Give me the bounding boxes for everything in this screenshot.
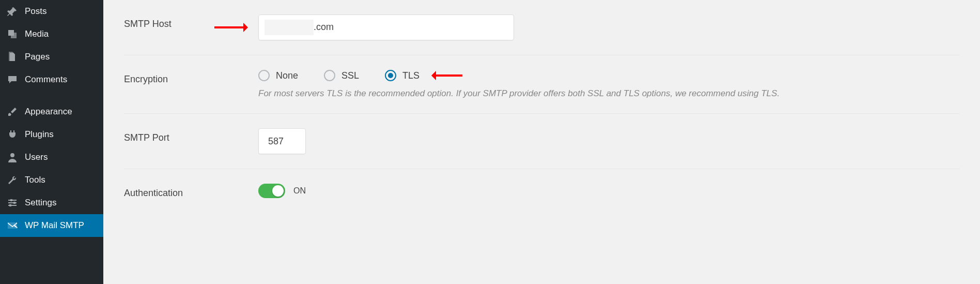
- row-smtp-port: SMTP Port: [124, 114, 959, 169]
- encryption-option-ssl[interactable]: SSL: [324, 70, 359, 81]
- sliders-icon: [6, 197, 19, 209]
- sidebar-item-label: Appearance: [25, 107, 72, 117]
- sidebar-item-wp-mail-smtp[interactable]: WP Mail SMTP: [0, 214, 103, 237]
- label-encryption: Encryption: [124, 70, 258, 85]
- smtp-port-input[interactable]: [258, 128, 306, 154]
- encryption-option-tls[interactable]: TLS: [385, 70, 419, 81]
- sidebar-item-plugins[interactable]: Plugins: [0, 123, 103, 146]
- admin-sidebar: Posts Media Pages Comments Appearance: [0, 0, 103, 284]
- row-smtp-host: SMTP Host .com: [124, 0, 959, 55]
- mail-icon: [6, 219, 19, 232]
- sidebar-item-label: Tools: [25, 175, 45, 185]
- radio-icon: [324, 70, 335, 81]
- radio-label: TLS: [402, 70, 419, 81]
- encryption-help-text: For most servers TLS is the recommended …: [258, 88, 959, 99]
- row-authentication: Authentication ON: [124, 169, 959, 213]
- radio-icon: [258, 70, 270, 81]
- media-icon: [6, 28, 19, 40]
- wrench-icon: [6, 174, 19, 186]
- sidebar-item-label: Posts: [25, 6, 47, 17]
- label-authentication: Authentication: [124, 184, 258, 199]
- annotation-arrow-icon: [434, 74, 462, 77]
- authentication-toggle-status: ON: [293, 186, 306, 196]
- sidebar-item-label: Plugins: [25, 129, 54, 140]
- redacted-area: [265, 20, 314, 35]
- radio-label: SSL: [341, 70, 359, 81]
- settings-panel: SMTP Host .com Encryption None: [103, 0, 980, 284]
- encryption-option-none[interactable]: None: [258, 70, 298, 81]
- row-encryption: Encryption None SSL TLS: [124, 55, 959, 114]
- radio-icon: [385, 70, 396, 81]
- plug-icon: [6, 128, 19, 141]
- sidebar-item-label: Media: [25, 29, 49, 39]
- smtp-host-domain-suffix: .com: [314, 22, 334, 33]
- sidebar-item-label: Users: [25, 152, 48, 162]
- pages-icon: [6, 51, 19, 63]
- sidebar-item-comments[interactable]: Comments: [0, 68, 103, 91]
- encryption-radio-group: None SSL TLS: [258, 70, 959, 81]
- annotation-arrow-icon: [214, 26, 245, 28]
- user-icon: [6, 151, 19, 163]
- sidebar-item-settings[interactable]: Settings: [0, 191, 103, 214]
- authentication-toggle[interactable]: [258, 184, 285, 198]
- toggle-knob-icon: [272, 185, 284, 197]
- sidebar-item-label: Settings: [25, 198, 56, 208]
- sidebar-item-label: Pages: [25, 52, 50, 62]
- sidebar-item-pages[interactable]: Pages: [0, 46, 103, 68]
- sidebar-item-posts[interactable]: Posts: [0, 0, 103, 23]
- pin-icon: [6, 5, 19, 18]
- radio-label: None: [276, 70, 298, 81]
- sidebar-item-media[interactable]: Media: [0, 23, 103, 46]
- comment-icon: [6, 73, 19, 86]
- svg-point-0: [10, 153, 14, 157]
- sidebar-item-users[interactable]: Users: [0, 146, 103, 169]
- brush-icon: [6, 106, 19, 118]
- sidebar-item-appearance[interactable]: Appearance: [0, 100, 103, 123]
- sidebar-item-label: WP Mail SMTP: [25, 220, 84, 231]
- sidebar-item-label: Comments: [25, 74, 67, 85]
- label-smtp-port: SMTP Port: [124, 128, 258, 143]
- sidebar-item-tools[interactable]: Tools: [0, 169, 103, 191]
